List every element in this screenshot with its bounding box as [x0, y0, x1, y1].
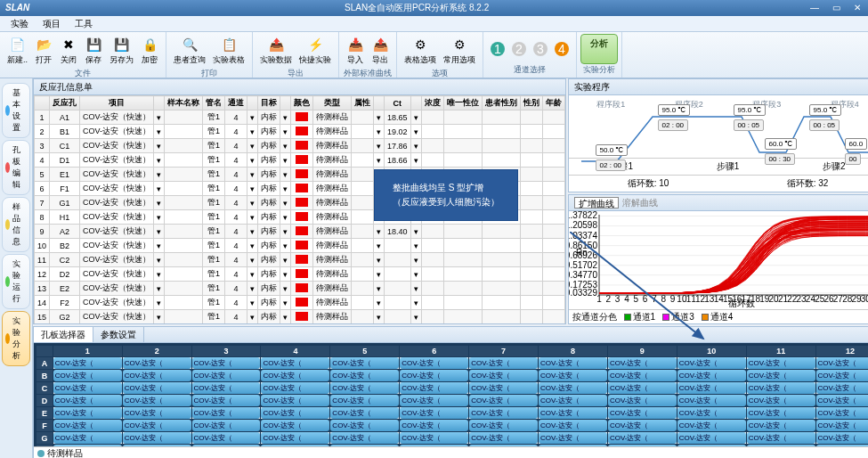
plate-row-header[interactable]: F	[37, 420, 53, 431]
col-header[interactable]: 性别	[520, 96, 542, 110]
plate-well[interactable]: COV-达安（	[53, 382, 122, 394]
plate-well[interactable]: COV-达安（	[539, 370, 607, 381]
plate-well[interactable]: COV-达安（	[608, 395, 677, 406]
plate-well[interactable]: COV-达安（	[192, 432, 261, 444]
plate-well[interactable]: COV-达安（	[469, 395, 538, 406]
table-row[interactable]: 4D1COV-达安（快速）▾管14▾内标▾待测样品▾18.66▾	[35, 153, 565, 168]
plate-well[interactable]: COV-达安（	[677, 407, 746, 419]
plate-col-header[interactable]: 7	[469, 346, 538, 356]
time-box[interactable]: 00 : 30	[765, 153, 795, 165]
plate-well[interactable]: COV-达安（	[677, 382, 746, 394]
plate-well[interactable]: COV-达安（	[192, 357, 261, 369]
plate-well[interactable]: COV-达安（	[469, 357, 538, 369]
minimize-button[interactable]: —	[804, 1, 825, 15]
table-row[interactable]: 14F2COV-达安（快速）▾管14▾内标▾待测样品▾▾	[35, 296, 565, 310]
col-header[interactable]: 患者性别	[482, 96, 520, 110]
plate-well[interactable]: COV-达安（	[330, 382, 399, 394]
ribbon-btn[interactable]: 📥导入	[343, 34, 368, 68]
plate-well[interactable]: COV-达安（	[192, 420, 261, 431]
plate-well[interactable]: COV-达安（	[816, 357, 868, 369]
plate-well[interactable]: COV-达安（	[539, 432, 607, 444]
plate-col-header[interactable]: 2	[123, 346, 191, 356]
ribbon-btn[interactable]: ⚙常用选项	[440, 34, 479, 68]
table-row[interactable]: 10B2COV-达安（快速）▾管14▾内标▾待测样品▾▾	[35, 239, 565, 253]
plate-well[interactable]: COV-达安（	[123, 370, 191, 381]
temp-box[interactable]: 50.0 ℃	[596, 144, 629, 156]
plate-well[interactable]: COV-达安（	[747, 382, 815, 394]
plate-well[interactable]: COV-达安（	[608, 432, 677, 444]
plate-well[interactable]: COV-达安（	[677, 420, 746, 431]
plate-well[interactable]: COV-达安（	[608, 420, 677, 431]
plate-well[interactable]: COV-达安（	[123, 407, 191, 419]
plate-well[interactable]: COV-达安（	[816, 420, 868, 431]
col-header[interactable]: 属性	[352, 96, 374, 110]
col-header[interactable]: Ct	[385, 96, 411, 110]
plate-well[interactable]: COV-达安（	[53, 407, 122, 419]
plate-well[interactable]: COV-达安（	[400, 432, 468, 444]
col-header[interactable]: 管名	[203, 96, 225, 110]
plate-well[interactable]: COV-达安（	[608, 370, 677, 381]
ribbon-btn[interactable]: 💾保存	[81, 34, 106, 68]
ribbon-btn[interactable]: 📤实验数据	[256, 34, 296, 68]
col-header[interactable]: 目标	[258, 96, 280, 110]
plate-row-header[interactable]: H	[37, 445, 53, 446]
plate-well[interactable]: COV-达安（	[53, 395, 122, 406]
plate-well[interactable]: COV-达安（	[400, 407, 468, 419]
tab-plate-selector[interactable]: 孔板选择器	[34, 327, 93, 342]
temp-box[interactable]: 60.0	[845, 138, 868, 150]
table-row[interactable]: 1A1COV-达安（快速）▾管14▾内标▾待测样品▾18.65▾	[35, 110, 565, 125]
plate-well[interactable]: COV-达安（	[747, 395, 815, 406]
nav-item[interactable]: 实验分析	[2, 311, 30, 366]
plate-well[interactable]: COV-达安（	[677, 432, 746, 444]
menu-tool[interactable]: 工具	[68, 16, 100, 31]
ribbon-btn[interactable]: 🔍患者查询	[170, 34, 209, 68]
plate-row-header[interactable]: C	[37, 382, 53, 394]
time-box[interactable]: 02 : 00	[596, 159, 626, 171]
plate-row-header[interactable]: G	[37, 432, 53, 444]
plate-well[interactable]: COV-达安（	[53, 432, 122, 444]
plate-well[interactable]: COV-达安（	[608, 357, 677, 369]
plate-well[interactable]: COV-达安（	[747, 357, 815, 369]
col-header[interactable]	[410, 96, 421, 110]
nav-item[interactable]: 孔板编辑	[2, 140, 30, 195]
ribbon-btn[interactable]: 📋实验表格	[209, 34, 248, 68]
time-box[interactable]: 00 : 05	[809, 119, 840, 131]
plate-well[interactable]: COV-达安（	[400, 395, 468, 406]
plate-well[interactable]: COV-达安（	[816, 395, 868, 406]
plate-well[interactable]: COV-达安（	[539, 357, 607, 369]
plate-well[interactable]: COV-达安（	[330, 420, 399, 431]
plate-well[interactable]: COV-达安（	[192, 382, 261, 394]
plate-well[interactable]: COV-达安（	[816, 407, 868, 419]
table-row[interactable]: 3C1COV-达安（快速）▾管14▾内标▾待测样品▾17.86▾	[35, 139, 565, 153]
temp-box[interactable]: 60.0 ℃	[765, 138, 798, 150]
analyze-button[interactable]: 分析	[580, 34, 618, 64]
nav-item[interactable]: 实验运行	[2, 254, 30, 309]
col-header[interactable]: 唯一性位	[443, 96, 482, 110]
maximize-button[interactable]: ▭	[825, 1, 847, 15]
plate-col-header[interactable]: 1	[53, 346, 122, 356]
col-header[interactable]: 类型	[313, 96, 352, 110]
ribbon-btn[interactable]: ✖关闭	[56, 34, 81, 68]
plate-well[interactable]: COV-达安（	[400, 382, 468, 394]
plate-well[interactable]: COV-达安（	[123, 357, 191, 369]
table-row[interactable]: 11C2COV-达安（快速）▾管14▾内标▾待测样品▾▾	[35, 253, 565, 267]
col-header[interactable]: 浓度	[421, 96, 443, 110]
plate-col-header[interactable]: 5	[330, 346, 399, 356]
col-header[interactable]	[35, 96, 50, 110]
plate-well[interactable]: COV-达安（	[608, 407, 677, 419]
nav-item[interactable]: 基本设置	[2, 83, 30, 138]
ribbon-btn[interactable]: 📄新建..	[4, 34, 31, 68]
tab-melt-curve[interactable]: 溶解曲线	[619, 197, 661, 209]
plate-well[interactable]: COV-达安（	[816, 382, 868, 394]
col-header[interactable]: 颜色	[291, 96, 313, 110]
plate-grid[interactable]: 123456789101112ACOV-达安（COV-达安（COV-达安（COV…	[36, 345, 868, 446]
plate-row-header[interactable]: E	[37, 407, 53, 419]
plate-well[interactable]: COV-达安（	[400, 357, 468, 369]
plate-well[interactable]: COV-达安（	[747, 432, 815, 444]
time-box[interactable]: 00	[845, 153, 862, 165]
plate-col-header[interactable]: 3	[192, 346, 261, 356]
plate-well[interactable]: COV-达安（	[469, 370, 538, 381]
plate-well[interactable]: COV-达安（	[261, 382, 329, 394]
plate-well[interactable]: COV-达安（	[192, 370, 261, 381]
plate-well[interactable]: COV-达安（	[261, 357, 329, 369]
